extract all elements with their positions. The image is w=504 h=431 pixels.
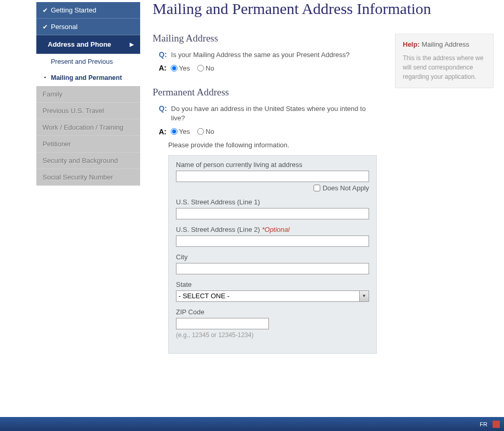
language-indicator[interactable]: FR	[480, 421, 487, 427]
nav-label: Petitioner	[43, 140, 71, 148]
state-selected-value: - SELECT ONE -	[179, 292, 229, 300]
form-column: Mailing Address Q: Is your Mailing Addre…	[153, 33, 385, 354]
nav-sub-label: Present and Previous	[51, 58, 113, 65]
help-topic: Mailing Address	[421, 40, 469, 48]
zip-input[interactable]	[176, 318, 269, 329]
check-icon: ✔	[43, 7, 48, 14]
nav-label: Personal	[51, 23, 77, 31]
section-permanent-title: Permanent Address	[153, 87, 385, 98]
nav-sub-label: Mailing and Permanent	[51, 74, 122, 81]
state-label: State	[176, 281, 369, 288]
permanent-yes-option[interactable]: Yes	[171, 128, 190, 135]
mailing-qa: Q: Is your Mailing Address the same as y…	[159, 50, 385, 72]
nav-sub-mailing-permanent[interactable]: Mailing and Permanent	[36, 70, 140, 86]
permanent-qa: Q: Do you have an address in the United …	[159, 104, 385, 135]
dropdown-arrow-icon: ▼	[359, 291, 369, 301]
radio-label: Yes	[179, 64, 190, 72]
permanent-yes-radio[interactable]	[171, 128, 178, 135]
radio-label: No	[206, 128, 214, 135]
permanent-address-fields: Name of person currently living at addre…	[168, 155, 377, 354]
a-prefix: A:	[159, 64, 167, 72]
radio-label: No	[206, 64, 214, 72]
nav-label: Work / Education / Training	[43, 123, 124, 131]
city-label: City	[176, 253, 369, 261]
sidebar-nav: ✔ Getting Started ✔ Personal Address and…	[36, 2, 140, 354]
mailing-yes-radio[interactable]	[171, 65, 178, 72]
radio-label: Yes	[179, 128, 190, 135]
nav-address-phone[interactable]: Address and Phone ▶	[36, 35, 140, 54]
page-title: Mailing and Permanent Address Informatio…	[153, 0, 494, 17]
nav-work-education-training: Work / Education / Training	[36, 119, 140, 136]
nav-label: Address and Phone	[48, 40, 111, 48]
city-input[interactable]	[176, 263, 369, 274]
nav-security-background: Security and Background	[36, 152, 140, 169]
nav-ssn: Social Security Number	[36, 169, 140, 186]
help-panel: Help: Mailing Address This is the addres…	[395, 34, 494, 88]
nav-label: Getting Started	[51, 6, 96, 14]
permanent-info-text: Please provide the following information…	[168, 141, 385, 149]
dna-label: Does Not Apply	[322, 184, 369, 192]
dna-checkbox[interactable]	[314, 185, 320, 191]
street-line1-input[interactable]	[176, 208, 369, 219]
state-select[interactable]: - SELECT ONE - ▼	[176, 290, 369, 302]
zip-label: ZIP Code	[176, 308, 369, 316]
nav-petitioner: Petitioner	[36, 136, 140, 152]
check-icon: ✔	[43, 23, 48, 31]
mailing-no-option[interactable]: No	[197, 64, 214, 72]
main-content: Mailing and Permanent Address Informatio…	[140, 0, 504, 354]
mailing-question: Is your Mailing Address the same as your…	[171, 50, 350, 60]
permanent-question: Do you have an address in the United Sta…	[171, 104, 379, 123]
line1-label: U.S. Street Address (Line 1)	[176, 198, 369, 206]
nav-personal[interactable]: ✔ Personal	[36, 19, 140, 35]
q-prefix: Q:	[159, 50, 167, 60]
nav-label: Previous U.S. Travel	[43, 107, 104, 115]
mailing-yes-option[interactable]: Yes	[171, 64, 190, 72]
nav-sub-present-previous[interactable]: Present and Previous	[36, 54, 140, 70]
line2-label: U.S. Street Address (Line 2) *Optional	[176, 226, 369, 233]
permanent-no-option[interactable]: No	[197, 128, 214, 135]
help-text: This is the address where we will send c…	[403, 53, 486, 81]
nav-family: Family	[36, 86, 140, 103]
help-label: Help:	[403, 40, 420, 48]
nav-label: Family	[43, 90, 62, 98]
q-prefix: Q:	[159, 104, 167, 123]
taskbar: FR	[0, 417, 504, 431]
tray-icon[interactable]	[493, 421, 500, 428]
section-mailing-title: Mailing Address	[153, 33, 385, 44]
name-input[interactable]	[176, 171, 369, 182]
street-line2-input[interactable]	[176, 235, 369, 247]
name-label: Name of person currently living at addre…	[176, 161, 369, 169]
mailing-no-radio[interactable]	[197, 65, 204, 72]
chevron-right-icon: ▶	[130, 41, 134, 47]
nav-previous-us-travel: Previous U.S. Travel	[36, 103, 140, 119]
nav-label: Social Security Number	[43, 173, 113, 181]
permanent-no-radio[interactable]	[197, 128, 204, 135]
nav-label: Security and Background	[43, 157, 118, 164]
zip-hint: (e.g., 12345 or 12345-1234)	[176, 331, 369, 339]
nav-getting-started[interactable]: ✔ Getting Started	[36, 2, 140, 19]
a-prefix: A:	[159, 128, 167, 136]
